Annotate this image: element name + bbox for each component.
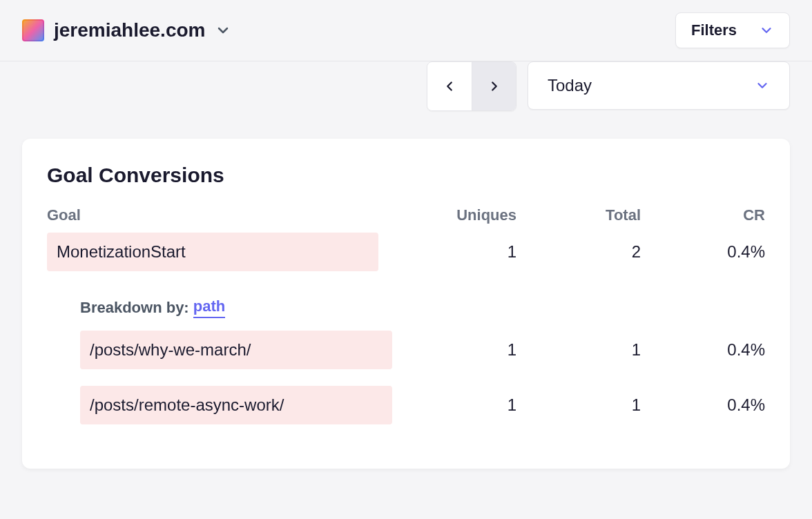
goal-uniques: 1 <box>392 242 516 262</box>
top-bar-right: Filters <box>675 12 790 48</box>
breakdown-cr: 0.4% <box>641 395 765 415</box>
breakdown-row[interactable]: /posts/why-we-march/110.4% <box>47 331 765 369</box>
goal-name: MonetizationStart <box>47 242 186 262</box>
breakdown-prefix: Breakdown by: <box>80 299 189 317</box>
col-goal: Goal <box>47 206 392 224</box>
next-period-button[interactable] <box>472 62 516 110</box>
chevron-down-icon <box>759 23 774 38</box>
filters-label: Filters <box>691 21 737 39</box>
goal-bar: MonetizationStart <box>47 233 392 271</box>
col-uniques: Uniques <box>392 206 516 224</box>
site-name: jeremiahlee.com <box>54 19 205 41</box>
table-header: Goal Uniques Total CR <box>47 206 765 224</box>
breakdown-path: /posts/why-we-march/ <box>80 340 251 360</box>
goal-cr: 0.4% <box>641 242 765 262</box>
breakdown-uniques: 1 <box>392 340 516 360</box>
date-range-selector[interactable]: Today <box>528 61 790 110</box>
site-favicon <box>22 19 44 41</box>
breakdown-dimension-link[interactable]: path <box>193 297 225 318</box>
date-range-label: Today <box>548 76 592 95</box>
breakdown-total: 1 <box>516 340 641 360</box>
site-selector[interactable]: jeremiahlee.com <box>22 19 231 41</box>
controls-row: Today <box>0 61 812 124</box>
chevron-right-icon <box>487 79 502 94</box>
breakdown-header: Breakdown by: path <box>80 297 765 318</box>
breakdown-cr: 0.4% <box>641 340 765 360</box>
breakdown-path: /posts/remote-async-work/ <box>80 395 284 415</box>
goal-row[interactable]: MonetizationStart 1 2 0.4% <box>47 233 765 271</box>
chevron-down-icon <box>755 78 770 93</box>
col-cr: CR <box>641 206 765 224</box>
chevron-left-icon <box>442 79 457 94</box>
chevron-down-icon <box>215 22 231 39</box>
goal-conversions-card: Goal Conversions Goal Uniques Total CR M… <box>22 139 790 469</box>
filters-button[interactable]: Filters <box>675 12 790 48</box>
goal-total: 2 <box>516 242 641 262</box>
date-nav <box>427 61 516 111</box>
breakdown-bar: /posts/remote-async-work/ <box>80 386 392 424</box>
card-title: Goal Conversions <box>47 164 765 187</box>
breakdown-row[interactable]: /posts/remote-async-work/110.4% <box>47 386 765 424</box>
col-total: Total <box>516 206 641 224</box>
breakdown-total: 1 <box>516 395 641 415</box>
top-bar: jeremiahlee.com Filters <box>0 0 812 61</box>
breakdown-bar: /posts/why-we-march/ <box>80 331 392 369</box>
prev-period-button[interactable] <box>427 62 472 110</box>
breakdown-uniques: 1 <box>392 395 516 415</box>
